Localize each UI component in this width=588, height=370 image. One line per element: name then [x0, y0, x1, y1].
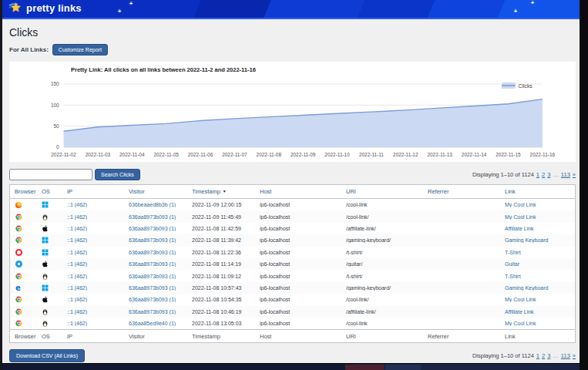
footer-visitor[interactable]: Visitor: [125, 333, 188, 340]
customize-report-button[interactable]: Customize Report: [52, 44, 108, 56]
visitor-link[interactable]: 636aa8973b093 (1): [125, 237, 188, 243]
clicks-chart-svg: 0501001502022-11-022022-11-032022-11-042…: [15, 75, 570, 161]
apple-icon: [42, 296, 49, 303]
footer-ip[interactable]: IP: [63, 333, 125, 340]
table-row: ::1 (462) 636aa8973b093 (1) 2022-11-09 1…: [10, 210, 575, 222]
page-link-last[interactable]: 113: [561, 352, 570, 359]
footer-timestamp[interactable]: Timestamp: [188, 333, 256, 340]
page-link-1[interactable]: 1: [536, 352, 539, 359]
visitor-link[interactable]: 636aa8973b093 (1): [125, 274, 188, 279]
visitor-link[interactable]: 636aa8973b093 (1): [125, 226, 188, 231]
ip-link[interactable]: ::1 (462): [63, 274, 125, 279]
visitor-link[interactable]: 636aa8973b093 (1): [125, 309, 188, 314]
ip-link[interactable]: ::1 (462): [63, 202, 125, 207]
page-link-1[interactable]: 1: [536, 171, 539, 178]
uri-cell: /cool-link/: [342, 297, 424, 302]
ip-link[interactable]: ::1 (462): [63, 285, 125, 291]
apple-icon: [42, 261, 49, 267]
footer-uri[interactable]: URI: [342, 333, 424, 340]
pagination-ellipsis: …: [553, 171, 559, 178]
ip-link[interactable]: ::1 (462): [63, 250, 125, 255]
header-host[interactable]: Host: [256, 188, 342, 195]
header-link[interactable]: Link: [501, 188, 575, 195]
visitor-link[interactable]: 636aa8973b093 (1): [125, 214, 188, 220]
os-cell: [38, 201, 63, 208]
header-uri[interactable]: URI: [342, 188, 424, 195]
footer-host[interactable]: Host: [256, 333, 342, 340]
ip-link[interactable]: ::1 (462): [63, 321, 125, 326]
download-csv-button[interactable]: Download CSV (All Links): [9, 349, 85, 362]
host-cell: ip6-localhost: [256, 202, 342, 207]
footer-link[interactable]: Link: [501, 333, 575, 340]
page-link-next[interactable]: »: [573, 352, 576, 359]
page-link-2[interactable]: 2: [542, 352, 545, 359]
footer-browser[interactable]: Browser: [10, 333, 38, 340]
x-axis-tick: 2022-11-08: [257, 152, 282, 157]
ip-link[interactable]: ::1 (462): [63, 261, 125, 267]
banner-accent-line: [2, 18, 580, 19]
visitor-link[interactable]: 636aa8973b093 (1): [125, 261, 188, 267]
ip-link[interactable]: ::1 (462): [63, 237, 125, 243]
uri-cell: /affiliate-link/: [342, 309, 424, 314]
chrome-icon: [15, 320, 22, 327]
x-axis-tick: 2022-11-03: [86, 152, 111, 157]
bottom-nav: Download CSV (All Links) Displaying 1–10…: [9, 349, 576, 362]
pretty-links-banner: pretty links + + + +: [2, 0, 580, 18]
pretty-link-link[interactable]: T-Shirt: [501, 250, 575, 255]
page-link-2[interactable]: 2: [542, 171, 545, 178]
sparkle-icon: +: [118, 8, 121, 14]
sparkle-icon: +: [514, 8, 517, 14]
page-link-last[interactable]: 113: [561, 171, 570, 178]
footer-referrer[interactable]: Referrer: [424, 333, 501, 340]
visitor-link[interactable]: 636aa85ed9e40 (1): [125, 321, 188, 326]
header-browser[interactable]: Browser: [10, 188, 38, 195]
uri-cell: /gaming-keyboard/: [342, 237, 424, 243]
pretty-link-link[interactable]: Affiliate Link: [501, 309, 575, 314]
pagination-summary: Displaying 1–10 of 1124: [472, 352, 534, 359]
windows-icon: [42, 237, 49, 244]
footer-os[interactable]: OS: [38, 333, 63, 340]
ip-link[interactable]: ::1 (462): [63, 309, 125, 314]
os-cell: [38, 261, 63, 267]
header-referrer[interactable]: Referrer: [424, 188, 501, 195]
pretty-link-link[interactable]: My Cool Link: [501, 214, 575, 220]
screen-edge-left: [0, 0, 2, 370]
safari-icon: [15, 261, 22, 267]
x-axis-tick: 2022-11-15: [496, 152, 521, 157]
search-input[interactable]: [9, 169, 92, 180]
pretty-link-link[interactable]: T-Shirt: [501, 274, 575, 279]
windows-icon: [42, 201, 49, 208]
pretty-link-link[interactable]: My Cool Link: [501, 202, 575, 207]
table-row: ::1 (462) 636aa8973b093 (1) 2022-11-08 1…: [10, 234, 575, 246]
pretty-link-link[interactable]: Gaming Keyboard: [501, 237, 575, 243]
header-ip[interactable]: IP: [63, 188, 125, 195]
legend-label: Clicks: [519, 83, 533, 89]
pretty-link-link[interactable]: My Cool Link: [501, 297, 575, 302]
page-link-3[interactable]: 3: [547, 352, 550, 359]
uri-cell: /gaming-keyboard/: [342, 285, 424, 291]
page-link-next[interactable]: »: [573, 171, 576, 178]
visitor-link[interactable]: 636aa8973b093 (1): [125, 297, 188, 302]
x-axis-tick: 2022-11-14: [462, 152, 487, 157]
pretty-link-link[interactable]: Affiliate Link: [501, 226, 575, 231]
visitor-link[interactable]: 636aa8973b093 (1): [125, 285, 188, 291]
x-axis-tick: 2022-11-11: [359, 152, 384, 157]
ip-link[interactable]: ::1 (462): [63, 297, 125, 302]
visitor-link[interactable]: 636aa8973b093 (1): [125, 250, 188, 255]
pagination-top: Displaying 1–10 of 1124 1 2 3 … 113 »: [472, 171, 576, 178]
search-clicks-button[interactable]: Search Clicks: [95, 169, 140, 180]
sort-desc-icon: ▼: [223, 189, 227, 193]
ip-link[interactable]: ::1 (462): [63, 214, 125, 220]
visitor-link[interactable]: 636beaaed8b3b (1): [125, 202, 188, 207]
pretty-link-link[interactable]: My Cool Link: [501, 321, 575, 326]
pretty-link-link[interactable]: Guitar: [501, 261, 575, 267]
x-axis-tick: 2022-11-13: [427, 152, 452, 157]
header-timestamp[interactable]: Timestamp▼: [188, 188, 256, 195]
page-link-3[interactable]: 3: [547, 171, 550, 178]
header-os[interactable]: OS: [38, 188, 63, 195]
os-cell: [38, 249, 63, 256]
ip-link[interactable]: ::1 (462): [63, 226, 125, 231]
header-visitor[interactable]: Visitor: [125, 188, 188, 195]
pretty-link-link[interactable]: Gaming Keyboard: [501, 285, 575, 291]
legend-line: [502, 85, 516, 86]
